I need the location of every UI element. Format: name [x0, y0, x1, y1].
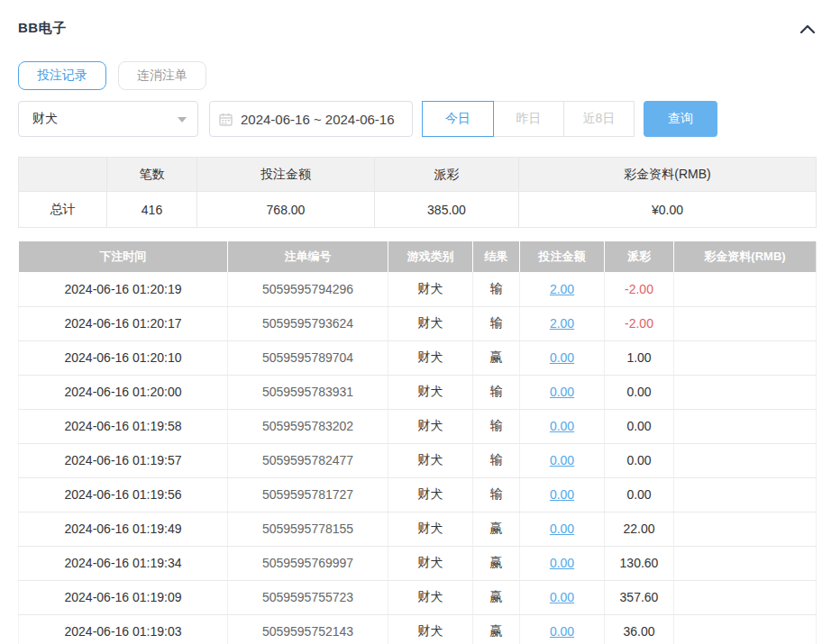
- filter-bar: 财犬 2024-06-16 ~ 2024-06-16 今日: [18, 101, 816, 137]
- col-result: 结果: [473, 241, 520, 272]
- bet-amount-cell: 0.00: [520, 580, 605, 614]
- payout-cell: 36.00: [605, 614, 674, 644]
- result-cell: 输: [473, 272, 520, 306]
- date-range-value: 2024-06-16 ~ 2024-06-16: [241, 112, 395, 127]
- col-order-number: 注单编号: [228, 241, 388, 272]
- summary-total-label: 总计: [19, 192, 107, 228]
- summary-col-empty: [19, 158, 107, 192]
- bet-time-cell: 2024-06-16 01:19:03: [19, 614, 228, 644]
- quick-range-group: 今日 昨日 近8日: [422, 101, 635, 137]
- bet-amount-cell: 2.00: [520, 306, 605, 340]
- order-number-cell: 5059595778155: [228, 512, 388, 546]
- summary-total-row: 总计 416 768.00 385.00 ¥0.00: [19, 192, 817, 228]
- result-cell: 输: [473, 375, 520, 409]
- order-number-cell: 5059595789704: [228, 340, 388, 375]
- range-button-today[interactable]: 今日: [422, 101, 494, 137]
- game-type-cell: 财犬: [388, 580, 473, 614]
- bet-amount-link[interactable]: 2.00: [550, 282, 574, 296]
- table-row: 2024-06-16 01:19:585059595783202财犬输0.000…: [19, 409, 817, 443]
- game-type-cell: 财犬: [388, 306, 473, 340]
- bonus-cell: [674, 272, 817, 306]
- order-number-cell: 5059595793624: [228, 306, 388, 340]
- calendar-icon: [219, 113, 233, 126]
- summary-total-bonus: ¥0.00: [519, 192, 817, 228]
- game-select[interactable]: 财犬: [18, 101, 198, 137]
- bet-amount-cell: 0.00: [520, 477, 605, 512]
- game-type-cell: 财犬: [388, 614, 473, 644]
- payout-cell: 0.00: [605, 477, 674, 512]
- tab-bet-records[interactable]: 投注记录: [18, 61, 106, 90]
- bet-amount-cell: 0.00: [520, 340, 605, 375]
- tab-cancelled-orders[interactable]: 连消注单: [118, 61, 206, 90]
- chevron-up-icon: [800, 24, 815, 33]
- result-cell: 输: [473, 477, 520, 512]
- table-row: 2024-06-16 01:19:095059595755723财犬赢0.003…: [19, 580, 817, 614]
- record-type-tabs: 投注记录 连消注单: [18, 61, 816, 90]
- game-type-cell: 财犬: [388, 375, 473, 409]
- range-button-last8days[interactable]: 近8日: [563, 101, 635, 137]
- bet-amount-link[interactable]: 0.00: [550, 350, 574, 365]
- range-button-yesterday[interactable]: 昨日: [493, 101, 564, 137]
- bet-amount-link[interactable]: 0.00: [550, 556, 574, 570]
- bet-amount-link[interactable]: 0.00: [550, 590, 574, 604]
- order-number-cell: 5059595794296: [228, 272, 388, 306]
- result-cell: 输: [473, 443, 520, 477]
- bet-amount-link[interactable]: 0.00: [550, 624, 574, 639]
- game-type-cell: 财犬: [388, 409, 473, 443]
- game-type-cell: 财犬: [388, 546, 473, 580]
- bet-amount-cell: 0.00: [520, 375, 605, 409]
- panel-header: BB电子: [18, 20, 816, 37]
- payout-cell: -2.00: [605, 272, 674, 306]
- summary-total-payout: 385.00: [375, 192, 519, 228]
- order-number-cell: 5059595755723: [228, 580, 388, 614]
- order-number-cell: 5059595783202: [228, 409, 388, 443]
- game-type-cell: 财犬: [388, 272, 473, 306]
- table-row: 2024-06-16 01:20:105059595789704财犬赢0.001…: [19, 340, 817, 375]
- bonus-cell: [674, 546, 817, 580]
- summary-col-count: 笔数: [107, 158, 197, 192]
- chevron-down-icon: [178, 117, 187, 122]
- order-number-cell: 5059595783931: [228, 375, 388, 409]
- bet-amount-link[interactable]: 0.00: [550, 522, 574, 536]
- table-row: 2024-06-16 01:19:345059595769997财犬赢0.001…: [19, 546, 817, 580]
- bonus-cell: [674, 512, 817, 546]
- payout-cell: -2.00: [605, 306, 674, 340]
- collapse-panel-button[interactable]: [799, 21, 816, 37]
- bet-time-cell: 2024-06-16 01:19:57: [19, 443, 228, 477]
- bet-amount-cell: 0.00: [520, 409, 605, 443]
- col-game-type: 游戏类别: [388, 241, 473, 272]
- result-cell: 赢: [473, 512, 520, 546]
- table-row: 2024-06-16 01:19:495059595778155财犬赢0.002…: [19, 512, 817, 546]
- table-row: 2024-06-16 01:20:195059595794296财犬输2.00-…: [19, 272, 817, 306]
- table-row: 2024-06-16 01:19:035059595752143财犬赢0.003…: [19, 614, 817, 644]
- result-cell: 赢: [473, 580, 520, 614]
- bonus-cell: [674, 614, 817, 644]
- summary-col-payout: 派彩: [375, 158, 519, 192]
- game-select-value: 财犬: [32, 111, 58, 127]
- query-button[interactable]: 查询: [644, 101, 717, 137]
- bet-amount-link[interactable]: 2.00: [550, 316, 574, 331]
- bet-amount-cell: 2.00: [520, 272, 605, 306]
- bet-time-cell: 2024-06-16 01:19:34: [19, 546, 228, 580]
- bonus-cell: [674, 409, 817, 443]
- bet-amount-cell: 0.00: [520, 614, 605, 644]
- order-number-cell: 5059595769997: [228, 546, 388, 580]
- result-cell: 赢: [473, 546, 520, 580]
- bonus-cell: [674, 375, 817, 409]
- col-bet-amount: 投注金额: [520, 241, 605, 272]
- table-row: 2024-06-16 01:19:565059595781727财犬输0.000…: [19, 477, 817, 512]
- result-cell: 输: [473, 409, 520, 443]
- payout-cell: 0.00: [605, 375, 674, 409]
- bet-amount-link[interactable]: 0.00: [550, 385, 574, 399]
- bet-records-panel: BB电子 投注记录 连消注单 财犬: [0, 0, 822, 644]
- bet-amount-cell: 0.00: [520, 512, 605, 546]
- bet-time-cell: 2024-06-16 01:19:49: [19, 512, 228, 546]
- bet-amount-link[interactable]: 0.00: [550, 419, 574, 433]
- result-cell: 赢: [473, 614, 520, 644]
- bet-amount-link[interactable]: 0.00: [550, 453, 574, 467]
- summary-total-bet: 768.00: [197, 192, 375, 228]
- bonus-cell: [674, 477, 817, 512]
- summary-col-bonus: 彩金资料(RMB): [519, 158, 817, 192]
- bet-amount-link[interactable]: 0.00: [550, 487, 574, 502]
- date-range-picker[interactable]: 2024-06-16 ~ 2024-06-16: [209, 101, 413, 137]
